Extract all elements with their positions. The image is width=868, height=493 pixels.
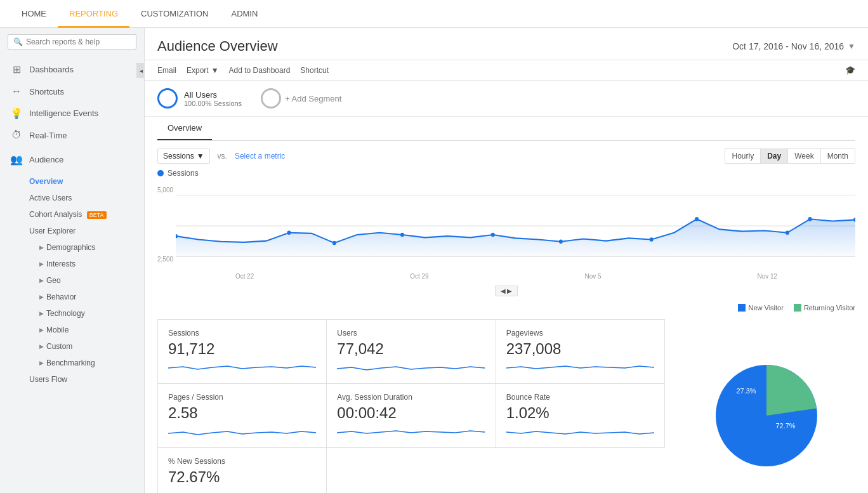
expand-arrow-icon: ▶ xyxy=(39,261,44,267)
svg-point-10 xyxy=(695,217,699,221)
stat-bounce-rate-value: 1.02% xyxy=(506,404,654,422)
sessions-dropdown[interactable]: Sessions ▼ xyxy=(157,148,210,164)
hourly-button[interactable]: Hourly xyxy=(725,149,761,163)
expand-arrow-icon: ▶ xyxy=(39,327,44,333)
top-navigation: HOME REPORTING CUSTOMIZATION ADMIN xyxy=(0,0,868,28)
stat-pageviews-value: 237,008 xyxy=(506,340,654,358)
new-visitor-label: New Visitor xyxy=(748,304,783,312)
add-dashboard-button[interactable]: Add to Dashboard xyxy=(229,66,291,75)
select-metric-link[interactable]: Select a metric xyxy=(235,152,285,161)
expand-arrow-icon: ▶ xyxy=(39,360,44,366)
week-button[interactable]: Week xyxy=(788,149,820,163)
add-segment-button[interactable]: + Add Segment xyxy=(261,88,341,108)
sparkline-avg-duration xyxy=(337,426,485,438)
sidebar-item-mobile[interactable]: ▶ Mobile xyxy=(19,322,144,338)
tab-overview[interactable]: Overview xyxy=(157,117,212,140)
sidebar-item-label: Intelligence Events xyxy=(29,108,98,118)
month-button[interactable]: Month xyxy=(821,149,855,163)
stat-pages-session-label: Pages / Session xyxy=(168,393,316,402)
email-button[interactable]: Email xyxy=(157,66,176,75)
dropdown-arrow-icon: ▼ xyxy=(197,152,204,161)
export-button[interactable]: Export ▼ xyxy=(187,66,219,75)
sidebar-item-overview[interactable]: Overview xyxy=(19,173,144,190)
sidebar-audience-sub: Overview Active Users Cohort Analysis BE… xyxy=(0,171,144,390)
stat-new-sessions: % New Sessions 72.67% xyxy=(158,448,327,493)
sidebar-item-intelligence[interactable]: 💡 Intelligence Events xyxy=(0,102,144,124)
new-visitor-color xyxy=(738,304,746,312)
date-picker-arrow-icon: ▼ xyxy=(848,42,855,51)
stat-avg-duration-value: 00:00:42 xyxy=(337,404,485,422)
sidebar-item-custom[interactable]: ▶ Custom xyxy=(19,338,144,355)
expand-arrow-icon: ▶ xyxy=(39,294,44,300)
sidebar-item-active-users[interactable]: Active Users xyxy=(19,190,144,206)
page-header: Audience Overview Oct 17, 2016 - Nov 16,… xyxy=(145,28,868,60)
grad-cap-icon: 🎓 xyxy=(845,65,855,75)
stat-pages-session-value: 2.58 xyxy=(168,404,316,422)
stat-sessions-label: Sessions xyxy=(168,329,316,338)
nav-item-customization[interactable]: CUSTOMIZATION xyxy=(129,0,220,28)
stats-grid: Sessions 91,712 Users 77,042 xyxy=(157,319,665,493)
pie-chart: 72.7% 27.3% xyxy=(703,352,830,479)
sidebar-item-realtime[interactable]: ⏱ Real-Time xyxy=(0,124,144,146)
y-label-2500: 2,500 xyxy=(157,256,173,263)
day-button[interactable]: Day xyxy=(761,149,788,163)
sidebar-item-interests[interactable]: ▶ Interests xyxy=(19,256,144,272)
expand-arrow-icon: ▶ xyxy=(39,277,44,284)
segment-sessions: 100.00% Sessions xyxy=(184,100,242,107)
intelligence-icon: 💡 xyxy=(10,107,23,119)
nav-item-home[interactable]: HOME xyxy=(10,0,58,28)
sidebar-item-label: Shortcuts xyxy=(29,87,64,96)
sidebar-item-cohort[interactable]: Cohort Analysis BETA xyxy=(19,206,144,223)
tab-bar: Overview xyxy=(157,117,855,141)
sidebar-toggle[interactable]: ◂ xyxy=(136,63,145,78)
stat-pageviews: Pageviews 237,008 xyxy=(496,320,665,384)
svg-point-9 xyxy=(650,237,654,241)
chart-prev-button[interactable]: ◀ ▶ xyxy=(495,286,518,296)
nav-item-admin[interactable]: ADMIN xyxy=(220,0,269,28)
all-users-segment: All Users 100.00% Sessions xyxy=(157,88,242,108)
sidebar-item-label: Dashboards xyxy=(29,65,74,74)
overview-section: Overview Sessions ▼ vs. Select a metric … xyxy=(145,117,868,296)
date-range-text: Oct 17, 2016 - Nov 16, 2016 xyxy=(732,41,844,51)
sidebar-item-label: Audience xyxy=(29,155,63,164)
vs-label: vs. xyxy=(218,152,227,161)
sidebar-item-demographics[interactable]: ▶ Demographics xyxy=(19,239,144,256)
returning-visitor-color xyxy=(794,304,801,312)
sparkline-pages-session xyxy=(168,426,316,438)
sidebar-item-technology[interactable]: ▶ Technology xyxy=(19,305,144,322)
sidebar: ◂ 🔍 ⊞ Dashboards ↔ Shortcuts 💡 Intellige… xyxy=(0,28,145,493)
stat-users: Users 77,042 xyxy=(327,320,496,384)
search-box[interactable]: 🔍 xyxy=(8,34,136,49)
sidebar-item-benchmarking[interactable]: ▶ Benchmarking xyxy=(19,355,144,371)
dashboards-icon: ⊞ xyxy=(10,63,23,76)
stats-outer: New Visitor Returning Visitor Sessions xyxy=(145,299,868,493)
x-label-oct22: Oct 22 xyxy=(235,273,254,280)
sidebar-item-audience[interactable]: 👥 Audience xyxy=(0,148,144,171)
date-range[interactable]: Oct 17, 2016 - Nov 16, 2016 ▼ xyxy=(732,41,855,51)
chart-controls: Sessions ▼ vs. Select a metric Hourly Da… xyxy=(157,141,855,169)
segment-name: All Users xyxy=(184,90,242,100)
shortcuts-icon: ↔ xyxy=(10,86,23,97)
sidebar-item-dashboards[interactable]: ⊞ Dashboards xyxy=(0,58,144,81)
chart-navigation: ◀ ▶ xyxy=(157,286,855,296)
expand-arrow-icon: ▶ xyxy=(39,343,44,350)
realtime-icon: ⏱ xyxy=(10,129,23,141)
nav-item-reporting[interactable]: REPORTING xyxy=(58,0,129,28)
sidebar-item-user-explorer[interactable]: User Explorer xyxy=(19,223,144,239)
sidebar-item-geo[interactable]: ▶ Geo xyxy=(19,272,144,289)
segment-area: All Users 100.00% Sessions + Add Segment xyxy=(145,81,868,117)
stat-pages-session: Pages / Session 2.58 xyxy=(158,384,327,448)
sessions-legend-label: Sessions xyxy=(168,169,199,178)
shortcut-button[interactable]: Shortcut xyxy=(300,66,329,75)
stats-pie-row: Sessions 91,712 Users 77,042 xyxy=(157,319,855,493)
sidebar-item-users-flow[interactable]: Users Flow xyxy=(19,371,144,388)
toolbar: Email Export ▼ Add to Dashboard Shortcut… xyxy=(145,60,868,81)
sidebar-item-label: Real-Time xyxy=(29,131,67,140)
search-input[interactable] xyxy=(26,37,131,46)
x-label-nov5: Nov 5 xyxy=(584,273,601,280)
x-label-nov12: Nov 12 xyxy=(757,273,777,280)
search-icon: 🔍 xyxy=(13,37,23,46)
new-pct-label: 72.7% xyxy=(775,422,795,430)
sidebar-item-shortcuts[interactable]: ↔ Shortcuts xyxy=(0,81,144,102)
sidebar-item-behavior[interactable]: ▶ Behavior xyxy=(19,289,144,305)
